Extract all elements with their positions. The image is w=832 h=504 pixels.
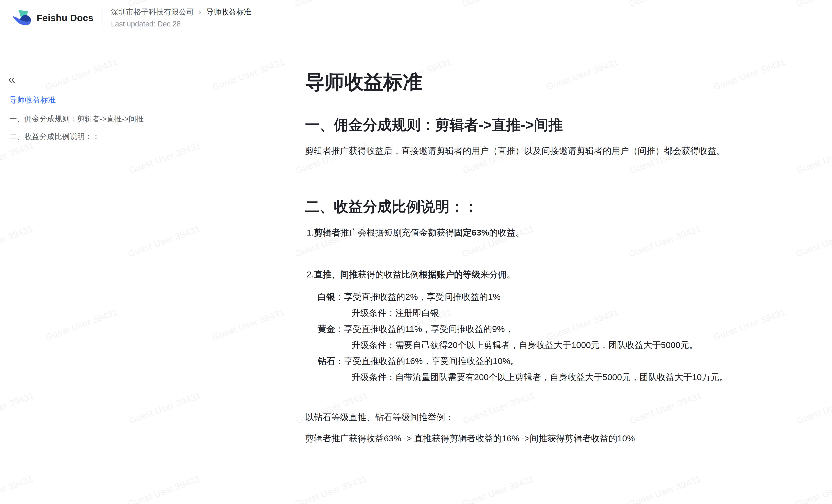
watermark-text: Guest User 39431	[795, 390, 832, 426]
list-item-2: 2.直推、间推获得的收益比例根据账户的等级来分佣。	[305, 268, 515, 281]
watermark-text: Guest User 39431	[126, 224, 201, 259]
level-silver: 白银：享受直推收益的2%，享受间推收益的1%	[305, 289, 802, 305]
level-diamond: 钻石：享受直推收益的16%，享受间推收益的10%。	[305, 353, 802, 369]
section1-paragraph: 剪辑者推广获得收益后，直接邀请剪辑者的用户（直推）以及间接邀请剪辑者的用户（间推…	[305, 144, 798, 157]
level-gold-condition: 升级条件：需要自己获得20个以上剪辑者，自身收益大于1000元，团队收益大于50…	[305, 337, 802, 353]
watermark-text: Guest User 39431	[0, 474, 34, 504]
watermark-text: Guest User 39431	[127, 390, 202, 426]
breadcrumb-current-doc: 导师收益标准	[206, 7, 252, 17]
app-name: Feishu Docs	[37, 12, 94, 23]
watermark-text: Guest User 39431	[0, 224, 34, 259]
watermark-text: Guest User 39431	[127, 140, 202, 176]
watermark-text: Guest User 39431	[44, 57, 119, 92]
watermark-text: Guest User 39431	[293, 474, 368, 504]
breadcrumb: 深圳市格子科技有限公司 › 导师收益标准 Last updated: Dec 2…	[111, 7, 252, 28]
outline-item-title[interactable]: 导师收益标准	[9, 95, 56, 105]
watermark-text: Guest User 39431	[627, 474, 702, 504]
watermark-text: Guest User 39431	[461, 390, 536, 426]
example-line: 剪辑者推广获得收益63% -> 直推获得剪辑者收益的16% ->间推获得剪辑者收…	[305, 432, 635, 445]
list-item-1: 1.剪辑者推广会根据短剧充值金额获得固定63%的收益。	[305, 226, 524, 239]
outline-item-section1[interactable]: 一、佣金分成规则：剪辑者->直推->间推	[9, 114, 144, 124]
watermark-text: Guest User 39431	[211, 307, 286, 342]
app-header: Feishu Docs 深圳市格子科技有限公司 › 导师收益标准 Last up…	[0, 0, 832, 36]
level-gold: 黄金：享受直推收益的11%，享受间推收益的9%，	[305, 321, 802, 337]
outline-item-section2[interactable]: 二、收益分成比例说明：：	[9, 132, 100, 141]
watermark-text: Guest User 39431	[460, 474, 535, 504]
list-item-2-number: 2.	[307, 270, 314, 279]
last-updated: Last updated: Dec 28	[111, 20, 252, 28]
watermark-text: Guest User 39431	[0, 140, 35, 176]
level-silver-condition: 升级条件：注册即白银	[305, 305, 802, 321]
watermark-text: Guest User 39431	[794, 224, 832, 259]
header-divider	[102, 7, 102, 29]
level-list: 白银：享受直推收益的2%，享受间推收益的1% 升级条件：注册即白银 黄金：享受直…	[305, 289, 802, 385]
watermark-text: Guest User 39431	[211, 57, 286, 92]
section2-heading: 二、收益分成比例说明：：	[305, 198, 478, 216]
feishu-docs-page: Feishu Docs 深圳市格子科技有限公司 › 导师收益标准 Last up…	[0, 0, 832, 504]
section1-heading: 一、佣金分成规则：剪辑者->直推->间推	[305, 116, 563, 134]
breadcrumb-company[interactable]: 深圳市格子科技有限公司	[111, 7, 194, 17]
watermark-text: Guest User 39431	[795, 140, 832, 176]
sidebar-collapse-icon[interactable]: «	[8, 73, 15, 85]
watermark-text: Guest User 39431	[712, 57, 787, 92]
watermark-text: Guest User 39431	[794, 474, 832, 504]
watermark-text: Guest User 39431	[627, 224, 702, 259]
watermark-text: Guest User 39431	[126, 474, 201, 504]
list-item-1-number: 1.	[307, 228, 314, 237]
doc-title: 导师收益标准	[305, 71, 422, 93]
level-diamond-condition: 升级条件：自带流量团队需要有200个以上剪辑者，自身收益大于5000元，团队收益…	[305, 369, 802, 385]
breadcrumb-chevron-icon: ›	[199, 7, 201, 17]
feishu-logo-icon[interactable]	[12, 9, 32, 27]
watermark-text: Guest User 39431	[44, 307, 119, 342]
example-intro: 以钻石等级直推、钻石等级间推举例：	[305, 411, 454, 423]
watermark-text: Guest User 39431	[628, 390, 703, 426]
watermark-text: Guest User 39431	[0, 390, 35, 426]
watermark-text: Guest User 39431	[545, 57, 620, 92]
